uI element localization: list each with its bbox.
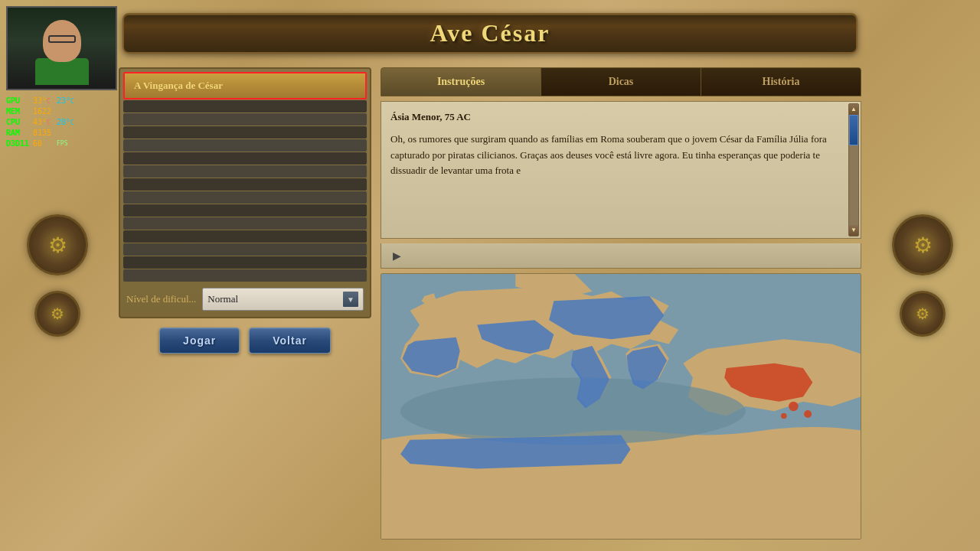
svg-point-1 [400,377,746,445]
text-content-body: Ásia Menor, 75 AC Oh, os rumores que sur… [390,109,851,179]
scenario-label-0: A Vingança de César [134,80,223,91]
buttons-row: Jogar Voltar [119,318,371,360]
hud-ram-val: 8135 [33,128,54,139]
play-audio-row: ▶ [381,243,861,269]
tab-tips-label: Dicas [609,76,634,87]
difficulty-dropdown-arrow[interactable]: ▼ [343,292,358,307]
scenario-item-0[interactable]: A Vingança de César [123,72,367,99]
main-content: A Vingança de César Nível [119,67,861,540]
webcam-glasses [48,35,76,43]
scenario-item-7[interactable] [123,178,367,191]
left-decoration: ⚙ ⚙ [0,214,115,337]
scenario-item-13[interactable] [123,256,367,269]
scenario-item-8[interactable] [123,191,367,204]
scenario-list-panel: A Vingança de César Nível [119,67,371,318]
difficulty-row: Nível de dificul... Normal ▼ [123,282,367,314]
map-area [381,273,861,540]
scenario-item-2[interactable] [123,113,367,126]
right-decoration: ⚙ ⚙ [865,214,980,337]
webcam-feed [8,8,116,89]
webcam-shirt [35,58,89,85]
scenario-item-5[interactable] [123,152,367,165]
hud-cpu-label: CPU [6,117,31,128]
play-audio-button[interactable]: ▶ [389,248,404,263]
gear-icon-right: ⚙ [892,214,953,276]
hud-ram-row: RAM 8135 [6,128,78,139]
tabs-bar: Instruções Dicas História [381,67,861,96]
difficulty-value: Normal [207,293,238,305]
scrollbar-up-button[interactable]: ▲ [849,104,858,115]
scenario-item-14[interactable] [123,269,367,282]
content-body: Oh, os rumores que surgiram quando as fa… [390,132,839,179]
scrollbar-right[interactable]: ▲ ▼ [848,103,859,236]
hud-cpu-val1: 43°C [33,117,54,128]
tab-tips[interactable]: Dicas [541,68,701,96]
scenario-item-11[interactable] [123,230,367,243]
scenario-item-12[interactable] [123,243,367,256]
scenario-item-10[interactable] [123,217,367,230]
hud-d3d-val: 60 [33,139,54,149]
hud-gpu-val1: 33°C [33,96,54,106]
difficulty-label: Nível de dificul... [126,293,196,305]
hud-mem-val: 1622 [33,106,54,117]
title-bar-background: Ave César [122,13,858,54]
content-heading: Ásia Menor, 75 AC [390,109,839,126]
webcam-face [43,20,81,62]
tab-history-label: História [763,76,800,87]
right-panel: Instruções Dicas História Ásia Menor, 75… [381,67,861,540]
scenario-item-4[interactable] [123,139,367,152]
scrollbar-down-button[interactable]: ▼ [849,225,858,236]
hud-cpu-row: CPU 43°C 28°C [6,117,78,128]
hud-stats: GPU 33°C 23°C MEM 1622 CPU 43°C 28°C RAM… [6,96,78,149]
hud-d3d-row: D3D11 60 FPS [6,139,78,149]
hud-mem-row: MEM 1622 [6,106,78,117]
svg-point-3 [804,410,812,418]
scenario-item-1[interactable] [123,100,367,112]
gear-icon-left-2: ⚙ [34,291,80,337]
hud-gpu-row: GPU 33°C 23°C [6,96,78,106]
svg-point-4 [781,413,787,419]
scenario-list[interactable]: A Vingança de César [123,72,367,282]
scrollbar-thumb[interactable] [849,115,858,145]
play-button[interactable]: Jogar [159,328,240,354]
left-panel-wrapper: A Vingança de César Nível [119,67,371,540]
svg-point-2 [789,402,799,412]
tab-instructions-label: Instruções [437,76,485,87]
hud-gpu-label: GPU [6,96,31,106]
text-content-area: Ásia Menor, 75 AC Oh, os rumores que sur… [381,101,861,239]
tab-history[interactable]: História [701,68,861,96]
hud-cpu-val2: 28°C [57,117,78,128]
map-svg [381,274,861,539]
tab-instructions[interactable]: Instruções [381,68,541,96]
title-bar: Ave César [122,9,858,57]
page-title: Ave César [430,19,550,47]
scenario-item-9[interactable] [123,204,367,217]
difficulty-select[interactable]: Normal ▼ [202,288,364,311]
hud-d3d-label: D3D11 [6,139,31,149]
hud-gpu-val2: 23°C [57,96,78,106]
scenario-item-6[interactable] [123,165,367,178]
gear-icon-left: ⚙ [27,214,88,276]
scrollbar-track[interactable] [849,115,858,225]
back-button[interactable]: Voltar [249,328,331,354]
webcam-overlay [6,6,117,90]
hud-mem-label: MEM [6,106,31,117]
gear-icon-right-2: ⚙ [900,291,946,337]
hud-ram-label: RAM [6,128,31,139]
scenario-item-3[interactable] [123,126,367,139]
